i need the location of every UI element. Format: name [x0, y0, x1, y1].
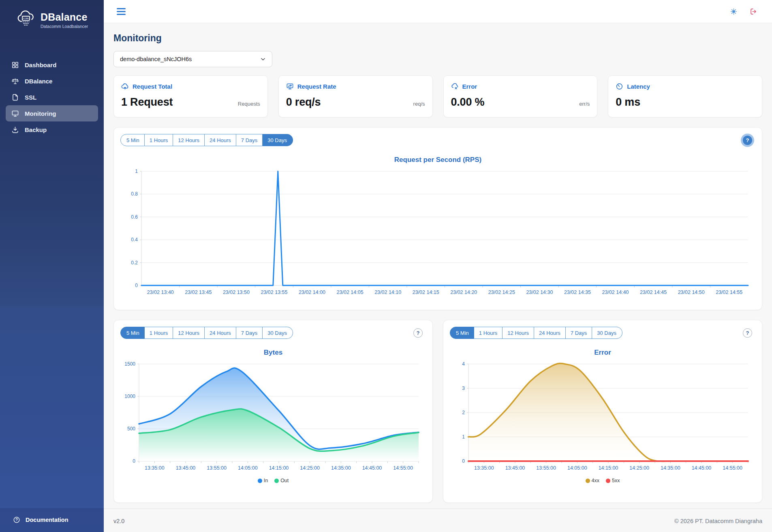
sidebar-menu: DashboardDBalanceSSLMonitoringBackup [0, 57, 104, 138]
svg-text:1000: 1000 [124, 394, 135, 399]
svg-text:23/02 14:15: 23/02 14:15 [413, 289, 439, 295]
error-range-5-min[interactable]: 5 Min [450, 327, 474, 339]
legend-item-in[interactable]: In [258, 478, 268, 483]
error-help-icon[interactable]: ? [743, 328, 752, 338]
sidebar-item-label: Dashboard [25, 62, 56, 68]
legend-item-4xx[interactable]: 4xx [586, 478, 599, 483]
error-range-1-hours[interactable]: 1 Hours [474, 327, 503, 339]
svg-text:23/02 14:35: 23/02 14:35 [564, 289, 591, 295]
rps-range-5-min[interactable]: 5 Min [120, 134, 145, 146]
error-range-30-days[interactable]: 30 Days [592, 327, 622, 339]
bytes-range-12-hours[interactable]: 12 Hours [173, 327, 205, 339]
sidebar-item-backup[interactable]: Backup [6, 121, 98, 138]
stat-card-latency: Latency0 ms [608, 75, 762, 117]
rps-range-7-days[interactable]: 7 Days [236, 134, 263, 146]
rps-range-30-days[interactable]: 30 Days [263, 134, 293, 146]
logout-icon[interactable] [750, 8, 757, 15]
scale-icon [11, 77, 19, 85]
bytes-chart: 05001000150013:35:0013:45:0013:55:0014:0… [120, 359, 426, 476]
monitor-icon [11, 110, 19, 117]
bytes-range-30-days[interactable]: 30 Days [263, 327, 293, 339]
svg-text:23/02 14:50: 23/02 14:50 [678, 289, 705, 295]
theme-sun-icon[interactable] [730, 8, 738, 15]
svg-text:13:35:00: 13:35:00 [474, 465, 494, 471]
stat-card-body: 1 RequestRequests [121, 96, 260, 109]
svg-text:0.2: 0.2 [131, 260, 138, 266]
error-range-12-hours[interactable]: 12 Hours [503, 327, 534, 339]
stat-card-request-rate: Request Rate0 req/sreq/s [278, 75, 433, 117]
rps-help-icon[interactable]: ? [743, 136, 752, 145]
cloud-error-icon [451, 83, 459, 90]
svg-text:23/02 14:20: 23/02 14:20 [450, 289, 477, 295]
sidebar-item-dbalance[interactable]: DBalance [6, 73, 98, 89]
logo: DBalance Datacomm Loadbalancer [0, 0, 104, 33]
error-range-7-days[interactable]: 7 Days [566, 327, 592, 339]
error-panel: 5 Min1 Hours12 Hours24 Hours7 Days30 Day… [443, 320, 762, 503]
sidebar: DBalance Datacomm Loadbalancer Dashboard… [0, 0, 104, 532]
legend-label: 4xx [592, 478, 599, 483]
cloud-request-icon [121, 83, 129, 90]
svg-text:500: 500 [127, 426, 135, 432]
svg-text:3: 3 [462, 385, 465, 391]
svg-text:23/02 14:55: 23/02 14:55 [716, 289, 742, 295]
legend-label: 5xx [612, 478, 620, 483]
svg-text:14:35:00: 14:35:00 [331, 465, 351, 471]
chevron-down-icon [260, 56, 266, 62]
version-label: v2.0 [113, 518, 124, 524]
svg-text:14:55:00: 14:55:00 [393, 465, 413, 471]
svg-text:2: 2 [462, 410, 465, 415]
rps-chart: 00.20.40.60.8123/02 13:4023/02 13:4523/0… [120, 166, 755, 300]
error-chart-title: Error [450, 349, 755, 357]
documentation-label: Documentation [26, 517, 68, 523]
sidebar-item-dashboard[interactable]: Dashboard [6, 57, 98, 73]
bytes-range-7-days[interactable]: 7 Days [236, 327, 263, 339]
stat-card-label: Request Total [133, 83, 172, 90]
sidebar-item-ssl[interactable]: SSL [6, 89, 98, 105]
sidebar-item-documentation[interactable]: Documentation [0, 508, 104, 532]
svg-text:23/02 13:45: 23/02 13:45 [185, 289, 212, 295]
svg-text:13:35:00: 13:35:00 [145, 465, 165, 471]
svg-text:14:25:00: 14:25:00 [300, 465, 320, 471]
stat-card-unit: Requests [238, 101, 260, 109]
svg-text:1: 1 [135, 168, 138, 174]
menu-icon[interactable] [115, 6, 127, 17]
rps-range-1-hours[interactable]: 1 Hours [145, 134, 173, 146]
loadbalancer-select[interactable]: demo-dbalance_sNcJOH6s [113, 51, 272, 67]
stat-card-value: 0 req/s [286, 96, 321, 109]
page-footer: v2.0 © 2026 PT. Datacomm Diangraha [104, 509, 772, 532]
rps-time-range-group: 5 Min1 Hours12 Hours24 Hours7 Days30 Day… [120, 134, 293, 146]
svg-text:0.6: 0.6 [131, 214, 138, 220]
bytes-legend: InOut [120, 476, 426, 485]
svg-text:0: 0 [462, 458, 465, 464]
svg-text:13:45:00: 13:45:00 [176, 465, 196, 471]
legend-label: Out [280, 478, 289, 483]
rps-range-12-hours[interactable]: 12 Hours [173, 134, 205, 146]
svg-text:23/02 13:50: 23/02 13:50 [223, 289, 250, 295]
stat-card-request-total: Request Total1 RequestRequests [113, 75, 268, 117]
bytes-range-1-hours[interactable]: 1 Hours [145, 327, 173, 339]
legend-item-5xx[interactable]: 5xx [606, 478, 620, 483]
stat-card-body: 0 ms [616, 96, 755, 109]
bytes-range-24-hours[interactable]: 24 Hours [205, 327, 236, 339]
loadbalancer-select-value: demo-dbalance_sNcJOH6s [120, 56, 192, 62]
stat-card-unit: req/s [413, 101, 425, 109]
download-icon [11, 126, 19, 134]
svg-text:4: 4 [462, 361, 465, 367]
help-circle-icon [13, 516, 20, 523]
svg-text:23/02 14:05: 23/02 14:05 [337, 289, 364, 295]
logo-title: DBalance [41, 11, 88, 23]
bytes-range-5-min[interactable]: 5 Min [120, 327, 145, 339]
error-legend: 4xx5xx [450, 476, 755, 485]
monitor-rate-icon [286, 83, 294, 90]
sidebar-item-monitoring[interactable]: Monitoring [6, 105, 98, 121]
bottom-panels: 5 Min1 Hours12 Hours24 Hours7 Days30 Day… [113, 310, 762, 503]
svg-text:0: 0 [133, 458, 135, 464]
svg-text:0: 0 [135, 283, 138, 288]
legend-item-out[interactable]: Out [274, 478, 289, 483]
sidebar-item-label: Monitoring [25, 110, 56, 117]
rps-range-24-hours[interactable]: 24 Hours [205, 134, 236, 146]
main-shell: Monitoring demo-dbalance_sNcJOH6s Reques… [104, 0, 772, 532]
error-range-24-hours[interactable]: 24 Hours [534, 327, 566, 339]
bytes-help-icon[interactable]: ? [413, 328, 423, 338]
svg-text:14:05:00: 14:05:00 [567, 465, 587, 471]
